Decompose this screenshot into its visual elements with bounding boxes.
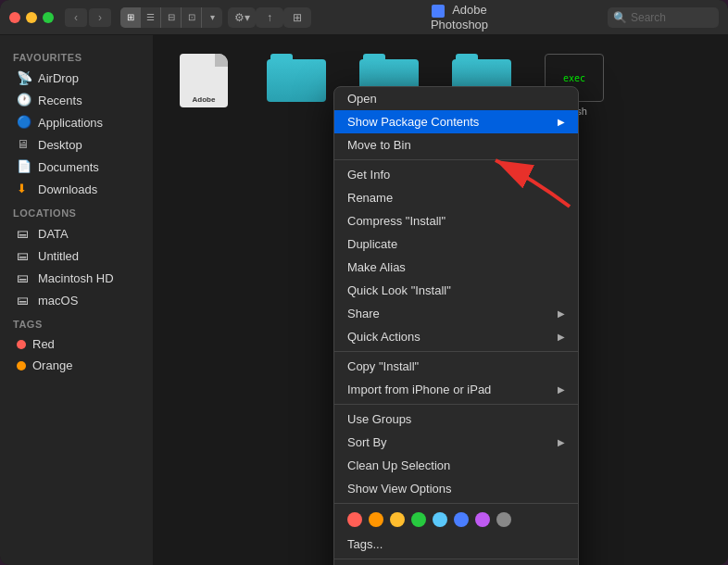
tag-orange[interactable]: [369, 512, 383, 527]
tag-blue[interactable]: [454, 512, 469, 527]
cm-duplicate[interactable]: Duplicate: [334, 232, 578, 256]
sidebar-item-applications[interactable]: 🔵 Applications: [4, 111, 149, 133]
cm-tags-label[interactable]: Tags...: [334, 533, 578, 556]
traffic-lights: [9, 12, 54, 23]
cm-divider: [334, 404, 578, 405]
finder-window: ‹ › ⊞ ☰ ⊟ ⊡ ▾ ⚙▾ ↑ ⊞ Adobe Photoshop 🔍 S…: [0, 0, 728, 565]
cm-show-package[interactable]: Show Package Contents ▶: [334, 110, 578, 133]
tag-blue-light[interactable]: [433, 512, 447, 527]
titlebar: ‹ › ⊞ ☰ ⊟ ⊡ ▾ ⚙▾ ↑ ⊞ Adobe Photoshop 🔍 S…: [0, 0, 728, 35]
list-item[interactable]: Adobe: [171, 54, 236, 111]
list-view-btn[interactable]: ☰: [141, 7, 161, 28]
main-area: Favourites 📡 AirDrop 🕐 Recents 🔵 Applica…: [0, 35, 728, 565]
tag-gray[interactable]: [496, 512, 511, 527]
cm-share[interactable]: Share ▶: [334, 302, 578, 325]
search-bar[interactable]: 🔍 Search: [608, 7, 719, 28]
doc-corner: [215, 54, 228, 67]
cm-quick-look[interactable]: Quick Look "Install": [334, 279, 578, 302]
cm-get-info[interactable]: Get Info: [334, 163, 578, 186]
cm-tags-row: [334, 507, 578, 533]
cm-clean-up[interactable]: Clean Up Selection: [334, 454, 578, 477]
sidebar-item-label: AirDrop: [38, 71, 79, 85]
drive-icon: 🖴: [17, 226, 31, 241]
cm-use-groups[interactable]: Use Groups: [334, 408, 578, 431]
gallery-view-btn[interactable]: ⊡: [182, 7, 202, 28]
sidebar-item-recents[interactable]: 🕐 Recents: [4, 89, 149, 111]
desktop-icon: 🖥: [17, 137, 31, 152]
view-toggle: ⊞ ☰ ⊟ ⊡ ▾: [120, 7, 222, 28]
sidebar-item-label: Downloads: [38, 182, 97, 196]
drive-icon: 🖴: [17, 270, 31, 285]
submenu-arrow: ▶: [558, 437, 565, 447]
action-button[interactable]: ⚙▾: [228, 7, 256, 28]
cm-compress[interactable]: Compress "Install": [334, 209, 578, 232]
list-item[interactable]: [264, 54, 329, 106]
favourites-label: Favourites: [0, 44, 153, 67]
drive-icon: 🖴: [17, 248, 31, 263]
orange-tag-dot: [17, 361, 26, 370]
tag-purple[interactable]: [475, 512, 490, 527]
cm-divider: [334, 503, 578, 504]
airdrop-icon: 📡: [17, 70, 31, 85]
minimize-button[interactable]: [26, 12, 37, 23]
submenu-arrow: ▶: [558, 384, 565, 395]
cm-divider: [334, 351, 578, 352]
sidebar-item-downloads[interactable]: ⬇ Downloads: [4, 178, 149, 200]
recents-icon: 🕐: [17, 93, 31, 107]
cm-divider: [334, 159, 578, 160]
submenu-arrow: ▶: [558, 332, 565, 342]
sidebar-item-orange[interactable]: Orange: [4, 355, 149, 376]
sidebar-item-label: Recents: [38, 94, 82, 107]
cm-view-options[interactable]: Show View Options: [334, 477, 578, 500]
sidebar-item-data[interactable]: 🖴 DATA: [4, 222, 149, 245]
downloads-icon: ⬇: [17, 182, 31, 196]
tag-button[interactable]: ⊞: [283, 7, 311, 28]
sidebar-item-airdrop[interactable]: 📡 AirDrop: [4, 67, 149, 89]
cm-open[interactable]: Open: [334, 87, 578, 110]
folder-body: [267, 59, 326, 102]
folder-icon: [267, 54, 326, 102]
sidebar-item-label: Red: [32, 337, 55, 351]
column-view-btn[interactable]: ⊟: [161, 7, 182, 28]
cm-move-to-bin[interactable]: Move to Bin: [334, 133, 578, 157]
icon-view-btn[interactable]: ⊞: [120, 7, 141, 28]
tags-label: Tags: [0, 311, 153, 333]
sidebar-item-label: Applications: [38, 116, 103, 130]
tag-green[interactable]: [411, 512, 426, 527]
content-area: Adobe: [153, 35, 728, 565]
cm-quick-actions[interactable]: Quick Actions ▶: [334, 325, 578, 348]
sidebar-item-label: Documents: [38, 160, 99, 174]
sidebar-item-desktop[interactable]: 🖥 Desktop: [4, 133, 149, 156]
fullscreen-button[interactable]: [43, 12, 54, 23]
sidebar-item-untitled[interactable]: 🖴 Untitled: [4, 245, 149, 267]
cm-sort-by[interactable]: Sort By ▶: [334, 431, 578, 454]
cm-copy[interactable]: Copy "Install": [334, 355, 578, 378]
tag-red[interactable]: [347, 512, 362, 527]
back-button[interactable]: ‹: [65, 8, 87, 27]
view-dropdown-btn[interactable]: ▾: [202, 7, 222, 28]
search-placeholder: Search: [631, 11, 666, 24]
doc-adobe-label: Adobe: [193, 95, 216, 104]
drive-icon: 🖴: [17, 293, 31, 308]
cm-rename[interactable]: Rename: [334, 186, 578, 209]
sidebar-item-macintosh[interactable]: 🖴 Macintosh HD: [4, 267, 149, 289]
sidebar-item-label: DATA: [38, 227, 69, 241]
search-icon: 🔍: [613, 11, 627, 24]
tag-yellow[interactable]: [390, 512, 405, 527]
forward-button[interactable]: ›: [89, 8, 111, 27]
locations-label: Locations: [0, 200, 153, 222]
cm-import[interactable]: Import from iPhone or iPad ▶: [334, 378, 578, 401]
share-button[interactable]: ↑: [256, 7, 283, 28]
sidebar-item-documents[interactable]: 📄 Documents: [4, 156, 149, 178]
sidebar-item-macos[interactable]: 🖴 macOS: [4, 289, 149, 311]
nav-buttons: ‹ ›: [65, 8, 111, 27]
cm-divider: [334, 559, 578, 559]
folder-icon: [432, 5, 445, 18]
doc-icon: Adobe: [180, 54, 228, 107]
window-title: Adobe Photoshop: [410, 3, 509, 31]
sidebar-item-label: Macintosh HD: [38, 271, 114, 285]
sidebar: Favourites 📡 AirDrop 🕐 Recents 🔵 Applica…: [0, 35, 153, 565]
sidebar-item-red[interactable]: Red: [4, 333, 149, 355]
cm-make-alias[interactable]: Make Alias: [334, 256, 578, 279]
close-button[interactable]: [9, 12, 20, 23]
